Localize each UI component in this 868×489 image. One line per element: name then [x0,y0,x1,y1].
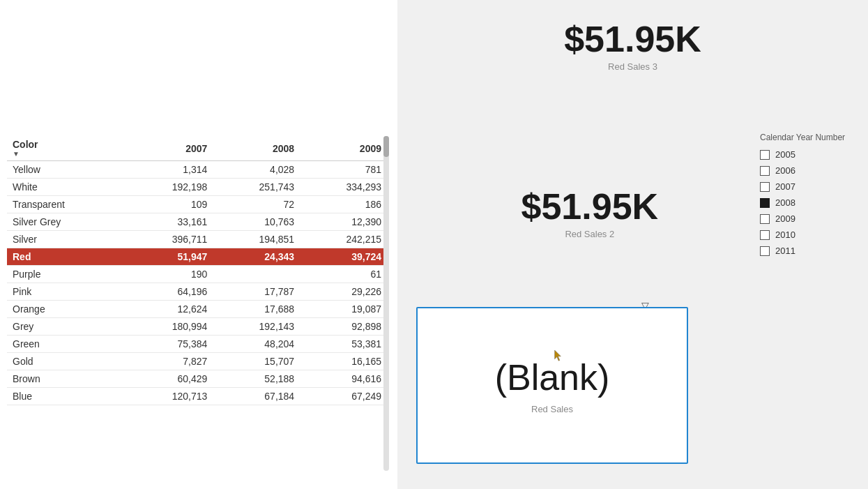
col-header-2007[interactable]: 2007 [125,136,213,161]
table-row[interactable]: White192,198251,743334,293 [7,179,387,196]
table-row[interactable]: Silver396,711194,851242,215 [7,231,387,248]
legend-label-2007: 2007 [775,181,795,192]
legend-checkbox-2006[interactable] [760,166,770,176]
table-row[interactable]: Grey180,994192,14392,898 [7,318,387,336]
table-panel: Color ▼ 2007 2008 2009 Yellow1,3144,0287… [0,0,397,489]
cell-v2008-5: 24,343 [213,248,300,266]
legend-item-2005[interactable]: 2005 [760,149,861,160]
cell-v2007-12: 60,429 [125,370,213,388]
cell-v2007-1: 192,198 [125,179,213,196]
cell-color-10: Green [7,336,125,353]
legend-checkbox-2008[interactable] [760,198,770,208]
cell-v2008-11: 15,707 [213,353,300,370]
table-row[interactable]: Gold7,82715,70716,165 [7,353,387,370]
cell-color-12: Brown [7,370,125,388]
svg-marker-0 [555,350,561,361]
legend-item-2011[interactable]: 2011 [760,246,861,256]
table-container: Color ▼ 2007 2008 2009 Yellow1,3144,0287… [7,136,387,405]
cell-v2009-4: 242,215 [300,231,387,248]
cell-v2009-5: 39,724 [300,248,387,266]
cell-v2008-12: 52,188 [213,370,300,388]
cell-v2007-4: 396,711 [125,231,213,248]
legend-item-2007[interactable]: 2007 [760,181,861,192]
cell-v2009-2: 186 [300,196,387,213]
kpi-middle-label: Red Sales 2 [521,229,659,239]
cell-v2008-9: 192,143 [213,318,300,336]
cell-v2009-6: 61 [300,266,387,283]
cell-color-8: Orange [7,301,125,318]
cell-color-7: Pink [7,283,125,301]
legend-items: 2005200620072008200920102011 [760,149,861,256]
cursor-icon [554,350,565,361]
sort-arrow-icon: ▼ [13,150,20,158]
blank-card[interactable]: (Blank) Red Sales [416,307,688,464]
table-row[interactable]: Red51,94724,34339,724 [7,248,387,266]
blank-card-value: (Blank) [495,356,610,398]
legend-label-2009: 2009 [775,213,795,224]
kpi-top-label: Red Sales 3 [564,61,701,72]
table-row[interactable]: Purple19061 [7,266,387,283]
blank-card-label: Red Sales [531,404,573,414]
legend-checkbox-2009[interactable] [760,214,770,224]
table-row[interactable]: Green75,38448,20453,381 [7,336,387,353]
cell-v2008-1: 251,743 [213,179,300,196]
legend-label-2005: 2005 [775,149,795,160]
kpi-middle-card: $51.95K Red Sales 2 [521,188,659,239]
table-row[interactable]: Orange12,62417,68819,087 [7,301,387,318]
cell-v2009-1: 334,293 [300,179,387,196]
legend-item-2006[interactable]: 2006 [760,165,861,176]
legend-checkbox-2010[interactable] [760,230,770,240]
table-row[interactable]: Transparent10972186 [7,196,387,213]
cell-v2008-8: 17,688 [213,301,300,318]
legend-title: Calendar Year Number [760,133,861,142]
table-row[interactable]: Pink64,19617,78729,226 [7,283,387,301]
legend-item-2010[interactable]: 2010 [760,230,861,240]
cell-v2009-10: 53,381 [300,336,387,353]
table-row[interactable]: Blue120,71367,18467,249 [7,388,387,405]
cell-v2009-13: 67,249 [300,388,387,405]
cell-v2008-2: 72 [213,196,300,213]
legend-label-2006: 2006 [775,165,795,176]
legend-checkbox-2007[interactable] [760,182,770,192]
cell-v2008-3: 10,763 [213,213,300,231]
cell-v2008-6 [213,266,300,283]
legend-checkbox-2011[interactable] [760,246,770,256]
cell-v2007-6: 190 [125,266,213,283]
cell-v2008-4: 194,851 [213,231,300,248]
col-header-2009[interactable]: 2009 [300,136,387,161]
cell-color-3: Silver Grey [7,213,125,231]
kpi-top-value: $51.95K [564,21,701,57]
legend-item-2008[interactable]: 2008 [760,197,861,208]
cell-v2007-2: 109 [125,196,213,213]
kpi-top-card: $51.95K Red Sales 3 [564,21,701,72]
cell-color-5: Red [7,248,125,266]
cell-v2008-7: 17,787 [213,283,300,301]
cell-v2007-13: 120,713 [125,388,213,405]
cell-v2009-7: 29,226 [300,283,387,301]
col-header-2008[interactable]: 2008 [213,136,300,161]
cell-v2007-5: 51,947 [125,248,213,266]
legend-checkbox-2005[interactable] [760,150,770,160]
cell-v2007-7: 64,196 [125,283,213,301]
cell-v2008-10: 48,204 [213,336,300,353]
legend-label-2008: 2008 [775,197,795,208]
cell-v2008-13: 67,184 [213,388,300,405]
cell-v2008-0: 4,028 [213,161,300,179]
cell-v2007-9: 180,994 [125,318,213,336]
table-row[interactable]: Yellow1,3144,028781 [7,161,387,179]
cell-color-0: Yellow [7,161,125,179]
legend-item-2009[interactable]: 2009 [760,213,861,224]
cell-v2009-8: 19,087 [300,301,387,318]
cell-color-13: Blue [7,388,125,405]
col-header-color[interactable]: Color ▼ [7,136,125,161]
table-row[interactable]: Brown60,42952,18894,616 [7,370,387,388]
scrollbar-thumb[interactable] [383,136,389,157]
kpi-middle-value: $51.95K [521,188,659,225]
cell-color-9: Grey [7,318,125,336]
cell-v2007-0: 1,314 [125,161,213,179]
table-row[interactable]: Silver Grey33,16110,76312,390 [7,213,387,231]
cell-color-6: Purple [7,266,125,283]
cell-color-2: Transparent [7,196,125,213]
table-scrollbar[interactable] [383,136,389,471]
cell-color-1: White [7,179,125,196]
